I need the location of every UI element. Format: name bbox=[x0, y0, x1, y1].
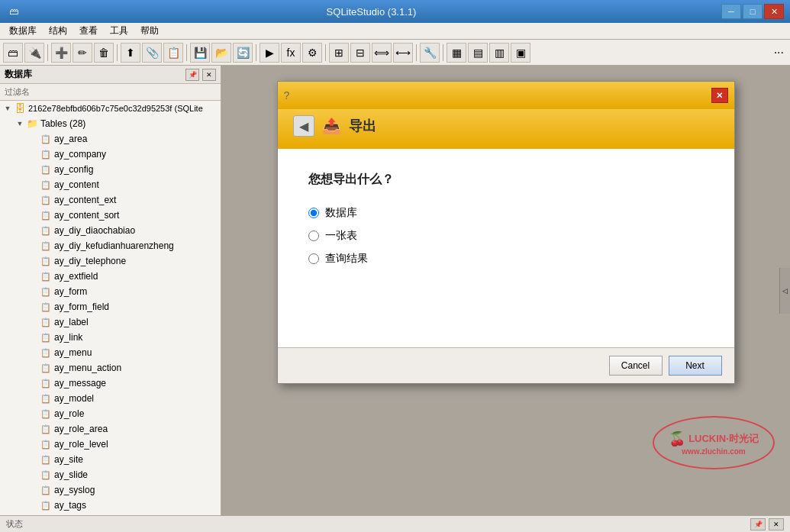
tree-tables-folder[interactable]: ▼ 📁 Tables (28) bbox=[0, 116, 221, 131]
list-item[interactable]: ▶📋ay_role_area bbox=[0, 421, 221, 437]
toolbar-btn-12[interactable]: ▶ bbox=[260, 43, 279, 63]
menu-bar: 数据库 结构 查看 工具 帮助 bbox=[0, 23, 790, 40]
cancel-button[interactable]: Cancel bbox=[609, 356, 663, 376]
toolbar-btn-18[interactable]: ⟷ bbox=[393, 43, 413, 63]
toolbar-sep-3 bbox=[186, 44, 187, 61]
status-bar: 状态 📌 ✕ bbox=[0, 515, 790, 532]
dialog-close-button[interactable]: ✕ bbox=[711, 88, 728, 103]
next-button[interactable]: Next bbox=[669, 356, 722, 376]
sidebar-close-button[interactable]: ✕ bbox=[202, 69, 216, 81]
list-item[interactable]: ▶📋ay_company bbox=[0, 147, 221, 162]
sidebar-pin-button[interactable]: 📌 bbox=[185, 69, 199, 81]
toolbar-btn-14[interactable]: ⚙ bbox=[302, 43, 322, 63]
export-dialog: ? ✕ ◀ 📤 导出 您想导出什么？ bbox=[277, 81, 735, 384]
toolbar-btn-15[interactable]: ⊞ bbox=[329, 43, 349, 63]
toolbar-btn-3[interactable]: ➕ bbox=[51, 43, 71, 63]
maximize-button[interactable]: □ bbox=[743, 4, 763, 19]
list-item[interactable]: ▶📋ay_menu_action bbox=[0, 360, 221, 376]
list-item[interactable]: ▶📋ay_diy_diaochabiao bbox=[0, 223, 221, 238]
list-item[interactable]: ▶📋ay_content bbox=[0, 177, 221, 192]
list-item[interactable]: ▶📋ay_diy_kefudianhuarenzheng bbox=[0, 238, 221, 253]
radio-db[interactable] bbox=[308, 208, 319, 218]
export-option-table[interactable]: 一张表 bbox=[308, 229, 704, 243]
list-item[interactable]: ▶📋ay_content_ext bbox=[0, 192, 221, 208]
toolbar-btn-5[interactable]: 🗑 bbox=[94, 43, 114, 63]
dialog-footer: Cancel Next bbox=[278, 347, 734, 383]
toolbar-sep-6 bbox=[416, 44, 417, 61]
radio-query[interactable] bbox=[308, 253, 319, 264]
list-item[interactable]: ▶📋ay_menu bbox=[0, 345, 221, 360]
table-icon: 📋 bbox=[40, 408, 52, 420]
menu-tools[interactable]: 工具 bbox=[104, 23, 134, 39]
export-option-table-label: 一张表 bbox=[325, 229, 357, 243]
list-item[interactable]: ▶📋ay_form bbox=[0, 284, 221, 299]
list-item[interactable]: ▶📋ay_diy_telephone bbox=[0, 253, 221, 269]
toolbar-btn-20[interactable]: ▦ bbox=[447, 43, 466, 63]
menu-database[interactable]: 数据库 bbox=[3, 23, 43, 39]
toolbar-btn-9[interactable]: 💾 bbox=[190, 43, 210, 63]
sidebar-title: 数据库 bbox=[5, 68, 32, 81]
list-item[interactable]: ▶📋ay_area bbox=[0, 131, 221, 147]
menu-help[interactable]: 帮助 bbox=[134, 23, 165, 39]
table-icon: 📋 bbox=[40, 224, 52, 237]
toolbar-btn-19[interactable]: 🔧 bbox=[420, 43, 440, 63]
menu-view[interactable]: 查看 bbox=[73, 23, 104, 39]
list-item[interactable]: ▶📋ay_role bbox=[0, 406, 221, 421]
list-item[interactable]: ▶📋ay_link bbox=[0, 330, 221, 345]
status-pin-button[interactable]: 📌 bbox=[750, 518, 766, 530]
export-option-query[interactable]: 查询结果 bbox=[308, 252, 704, 266]
expand-icon-db[interactable]: ▼ bbox=[2, 102, 14, 114]
status-text: 状态 bbox=[6, 518, 23, 530]
toolbar-sep-1 bbox=[47, 44, 48, 61]
list-item[interactable]: ▶📋ay_form_field bbox=[0, 299, 221, 314]
dialog-body: 您想导出什么？ 数据库 一张表 查询结果 bbox=[278, 149, 734, 347]
toolbar-btn-1[interactable]: 🗃 bbox=[3, 43, 23, 63]
dialog-overlay: ? ✕ ◀ 📤 导出 您想导出什么？ bbox=[221, 66, 790, 515]
toolbar-btn-22[interactable]: ▥ bbox=[489, 43, 509, 63]
toolbar-btn-4[interactable]: ✏ bbox=[73, 43, 92, 63]
toolbar-btn-11[interactable]: 🔄 bbox=[233, 43, 253, 63]
close-button[interactable]: ✕ bbox=[764, 4, 784, 19]
table-icon: 📋 bbox=[40, 316, 52, 328]
watermark-inner: 🍒 LUCKIN·时光记 www.zluchin.com bbox=[653, 416, 775, 469]
list-item[interactable]: ▶📋ay_type bbox=[0, 513, 221, 515]
list-item[interactable]: ▶📋ay_message bbox=[0, 376, 221, 391]
tree-area[interactable]: ▼ 🗄 2162e78ebfbd606b7c75e0c32d95253f (SQ… bbox=[0, 101, 221, 515]
toolbar-btn-13[interactable]: fx bbox=[281, 43, 301, 63]
toolbar-more-icon[interactable]: ··· bbox=[771, 43, 787, 63]
list-item[interactable]: ▶📋ay_model bbox=[0, 391, 221, 406]
dialog-titlebar: ? ✕ bbox=[278, 82, 734, 109]
list-item[interactable]: ▶📋ay_extfield bbox=[0, 269, 221, 284]
list-item[interactable]: ▶📋ay_role_level bbox=[0, 437, 221, 452]
watermark-brand: LUCKIN·时光记 bbox=[688, 432, 759, 446]
status-right-controls: 📌 ✕ bbox=[750, 518, 784, 530]
toolbar-btn-16[interactable]: ⊟ bbox=[350, 43, 370, 63]
toolbar-btn-23[interactable]: ▣ bbox=[511, 43, 530, 63]
dialog-back-button[interactable]: ◀ bbox=[293, 115, 314, 137]
status-close-button[interactable]: ✕ bbox=[769, 518, 784, 530]
list-item[interactable]: ▶📋ay_syslog bbox=[0, 482, 221, 498]
toolbar-btn-10[interactable]: 📂 bbox=[211, 43, 231, 63]
table-icon: 📋 bbox=[40, 377, 52, 389]
radio-table[interactable] bbox=[308, 231, 319, 241]
list-item[interactable]: ▶📋ay_content_sort bbox=[0, 208, 221, 223]
list-item[interactable]: ▶📋ay_label bbox=[0, 314, 221, 330]
toolbar-btn-21[interactable]: ▤ bbox=[468, 43, 488, 63]
toolbar-btn-17[interactable]: ⟺ bbox=[372, 43, 392, 63]
menu-structure[interactable]: 结构 bbox=[43, 23, 73, 39]
list-item[interactable]: ▶📋ay_config bbox=[0, 162, 221, 177]
list-item[interactable]: ▶📋ay_site bbox=[0, 452, 221, 467]
tree-db-root[interactable]: ▼ 🗄 2162e78ebfbd606b7c75e0c32d95253f (SQ… bbox=[0, 101, 221, 116]
sidebar-header: 数据库 📌 ✕ bbox=[0, 66, 221, 84]
toolbar-btn-6[interactable]: ⬆ bbox=[121, 43, 140, 63]
window-title: SQLiteStudio (3.1.1) bbox=[21, 6, 721, 18]
export-option-db[interactable]: 数据库 bbox=[308, 206, 704, 220]
toolbar-btn-2[interactable]: 🔌 bbox=[24, 43, 44, 63]
list-item[interactable]: ▶📋ay_slide bbox=[0, 467, 221, 482]
expand-icon-tables[interactable]: ▼ bbox=[14, 118, 26, 130]
list-item[interactable]: ▶📋ay_tags bbox=[0, 498, 221, 513]
minimize-button[interactable]: ─ bbox=[721, 4, 741, 19]
table-icon: 📋 bbox=[40, 133, 52, 145]
toolbar-btn-7[interactable]: 📎 bbox=[142, 43, 162, 63]
toolbar-btn-8[interactable]: 📋 bbox=[163, 43, 183, 63]
